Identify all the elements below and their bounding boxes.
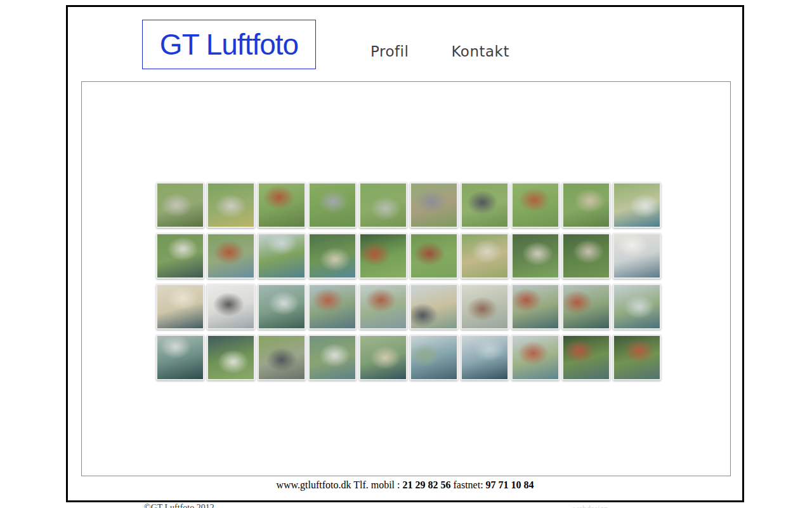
copyright-text: ©GT Luftfoto 2012 <box>144 503 214 508</box>
nav-link-profil[interactable]: Profil <box>370 43 409 60</box>
logo-text: GT Luftfoto <box>160 27 298 62</box>
gallery-thumbnail[interactable] <box>613 335 661 380</box>
gallery-thumbnail[interactable] <box>613 284 661 330</box>
gallery-thumbnail[interactable] <box>359 233 407 279</box>
gallery-thumbnail[interactable] <box>562 284 610 330</box>
gallery-thumbnail[interactable] <box>359 284 407 330</box>
content-panel <box>81 81 731 476</box>
gallery-thumbnail[interactable] <box>461 233 509 279</box>
nav-link-kontakt[interactable]: Kontakt <box>451 43 509 60</box>
gallery-thumbnail[interactable] <box>308 233 357 279</box>
gallery-thumbnail[interactable] <box>258 335 306 380</box>
fastnet-label: fastnet: <box>451 479 486 490</box>
gallery-thumbnail[interactable] <box>308 335 357 380</box>
gallery-thumbnail[interactable] <box>461 182 509 228</box>
gallery-thumbnail[interactable] <box>156 233 204 279</box>
gallery-thumbnail[interactable] <box>410 182 458 228</box>
gallery-thumbnail[interactable] <box>156 182 204 228</box>
gallery-thumbnail[interactable] <box>308 182 357 228</box>
gallery-thumbnail[interactable] <box>613 233 661 279</box>
gallery-thumbnail[interactable] <box>511 233 560 279</box>
gallery-thumbnail[interactable] <box>156 284 204 330</box>
gallery-thumbnail[interactable] <box>258 233 306 279</box>
footer-contact-line: www.gtluftfoto.dk Tlf. mobil : 21 29 82 … <box>68 479 742 491</box>
gallery-grid <box>156 182 661 380</box>
gallery-thumbnail[interactable] <box>359 182 407 228</box>
gallery-thumbnail[interactable] <box>258 284 306 330</box>
logo-box[interactable]: GT Luftfoto <box>142 20 316 69</box>
gallery-thumbnail[interactable] <box>207 182 255 228</box>
gallery-thumbnail[interactable] <box>258 182 306 228</box>
gallery-thumbnail[interactable] <box>511 335 560 380</box>
gallery-thumbnail[interactable] <box>562 233 610 279</box>
gallery-thumbnail[interactable] <box>156 335 204 380</box>
gallery-thumbnail[interactable] <box>410 284 458 330</box>
credit-link[interactable]: webdesign <box>573 504 608 508</box>
gallery-thumbnail[interactable] <box>308 284 357 330</box>
mobile-number: 21 29 82 56 <box>403 479 451 490</box>
website-url: www.gtluftfoto.dk Tlf. mobil : <box>276 479 402 490</box>
gallery-thumbnail[interactable] <box>207 284 255 330</box>
gallery-thumbnail[interactable] <box>511 284 560 330</box>
page-container: GT Luftfoto Profil Kontakt www.gtluftfot… <box>66 5 744 502</box>
gallery-thumbnail[interactable] <box>410 233 458 279</box>
gallery-thumbnail[interactable] <box>410 335 458 380</box>
gallery-thumbnail[interactable] <box>461 335 509 380</box>
gallery-thumbnail[interactable] <box>511 182 560 228</box>
gallery-thumbnail[interactable] <box>562 182 610 228</box>
gallery-thumbnail[interactable] <box>207 335 255 380</box>
main-nav: Profil Kontakt <box>370 43 509 60</box>
gallery-thumbnail[interactable] <box>562 335 610 380</box>
gallery-thumbnail[interactable] <box>461 284 509 330</box>
gallery-thumbnail[interactable] <box>207 233 255 279</box>
gallery-thumbnail[interactable] <box>613 182 661 228</box>
landline-number: 97 71 10 84 <box>486 479 534 490</box>
gallery-thumbnail[interactable] <box>359 335 407 380</box>
